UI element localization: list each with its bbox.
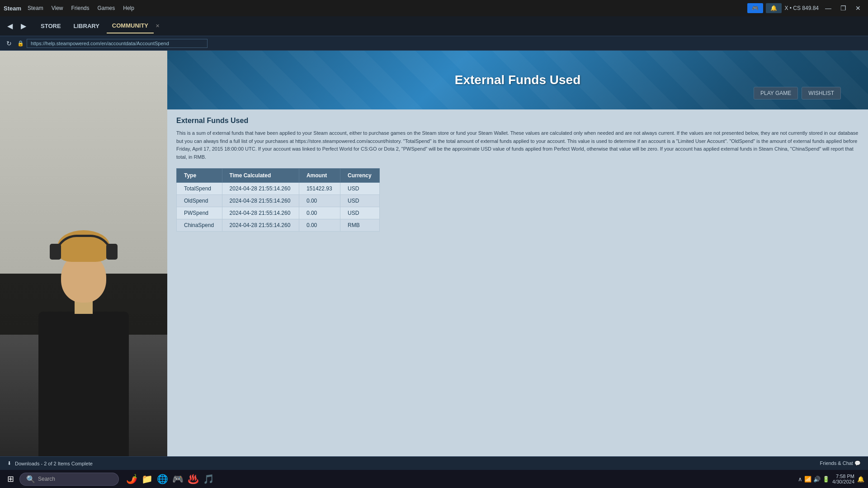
status-bar: ⬇ Downloads - 2 of 2 Items Complete Frie… bbox=[0, 456, 868, 470]
search-text: Search bbox=[38, 476, 55, 482]
taskbar: ⊞ 🔍 Search 🌶️ 📁 🌐 🎮 ♨️ 🎵 bbox=[0, 470, 868, 488]
tab-community[interactable]: COMMUNITY bbox=[107, 19, 154, 33]
taskbar-chrome-icon[interactable]: 🌐 bbox=[155, 472, 170, 486]
status-left: ⬇ Downloads - 2 of 2 Items Complete bbox=[7, 460, 93, 466]
user-display: X • CS 849.84 bbox=[784, 5, 819, 11]
status-right: Friends & Chat 💬 bbox=[820, 460, 861, 466]
headset-left-cup bbox=[50, 244, 61, 260]
cell-time-2: 2024-04-28 21:55:14.260 bbox=[222, 195, 299, 207]
title-bar: Steam Steam View Friends Games Help 🎮 🔔 … bbox=[0, 0, 868, 16]
right-panel: External Funds Used PLAY GAME WISHLIST E… bbox=[167, 51, 868, 456]
menu-help[interactable]: Help bbox=[119, 3, 138, 13]
cell-currency-4: RMB bbox=[340, 219, 380, 232]
chevron-up-icon[interactable]: ∧ bbox=[798, 476, 802, 483]
cell-amount-2: 0.00 bbox=[299, 195, 340, 207]
friends-chat-text[interactable]: Friends & Chat bbox=[820, 460, 853, 466]
description-text: This is a sum of external funds that hav… bbox=[176, 129, 859, 161]
network-icon[interactable]: 📶 bbox=[804, 476, 811, 483]
menu-friends[interactable]: Friends bbox=[68, 3, 93, 13]
cell-type-4: ChinaSpend bbox=[177, 219, 222, 232]
taskbar-spotify-icon[interactable]: 🎵 bbox=[201, 472, 216, 486]
battery-icon[interactable]: 🔋 bbox=[822, 476, 830, 483]
cell-currency-3: USD bbox=[340, 207, 380, 219]
tab-community-wrapper: COMMUNITY ✕ bbox=[107, 19, 161, 33]
menu-view[interactable]: View bbox=[48, 3, 67, 13]
table-row: PWSpend 2024-04-28 21:55:14.260 0.00 USD bbox=[177, 207, 380, 219]
volume-icon[interactable]: 🔊 bbox=[813, 476, 821, 483]
address-bar: ↻ 🔒 bbox=[0, 36, 868, 51]
table-row: OldSpend 2024-04-28 21:55:14.260 0.00 US… bbox=[177, 195, 380, 207]
cell-amount-3: 0.00 bbox=[299, 207, 340, 219]
person-body bbox=[38, 312, 129, 456]
back-button[interactable]: ◀ bbox=[4, 20, 16, 32]
col-header-amount: Amount bbox=[299, 169, 340, 183]
window-controls: — ❐ ✕ bbox=[821, 3, 864, 14]
taskbar-discord-icon[interactable]: 🎮 bbox=[170, 472, 185, 486]
lock-icon: 🔒 bbox=[17, 40, 24, 47]
table-body: TotalSpend 2024-04-28 21:55:14.260 15142… bbox=[177, 183, 380, 232]
taskbar-emoji-icon[interactable]: 🌶️ bbox=[124, 472, 139, 486]
taskbar-search[interactable]: 🔍 Search bbox=[19, 473, 119, 486]
time-display: 7:58 PM bbox=[832, 474, 854, 479]
title-bar-menu: Steam View Friends Games Help bbox=[24, 3, 138, 13]
chat-icon: 💬 bbox=[854, 460, 861, 466]
discord-icon: 🎮 bbox=[172, 474, 184, 484]
minimize-button[interactable]: — bbox=[821, 3, 835, 14]
taskbar-sys-icons: ∧ 📶 🔊 🔋 bbox=[798, 476, 830, 483]
hero-banner: External Funds Used bbox=[167, 51, 868, 109]
close-button[interactable]: ✕ bbox=[852, 3, 864, 14]
table-header-row: Type Time Calculated Amount Currency bbox=[177, 169, 380, 183]
menu-steam[interactable]: Steam bbox=[24, 3, 47, 13]
forward-button[interactable]: ▶ bbox=[17, 20, 30, 32]
content-body-wrapper: PLAY GAME WISHLIST External Funds Used T… bbox=[167, 109, 868, 239]
content-body: External Funds Used This is a sum of ext… bbox=[167, 109, 868, 239]
tab-close-button[interactable]: ✕ bbox=[154, 22, 161, 30]
cell-currency-1: USD bbox=[340, 183, 380, 195]
cell-type-2: OldSpend bbox=[177, 195, 222, 207]
wishlist-button[interactable]: WISHLIST bbox=[802, 87, 841, 99]
folder-icon: 📁 bbox=[142, 474, 153, 484]
table-row: ChinaSpend 2024-04-28 21:55:14.260 0.00 … bbox=[177, 219, 380, 232]
cell-time-4: 2024-04-28 21:55:14.260 bbox=[222, 219, 299, 232]
address-input[interactable] bbox=[27, 39, 208, 48]
col-header-currency: Currency bbox=[340, 169, 380, 183]
title-bar-right: 🎮 🔔 X • CS 849.84 — ❐ ✕ bbox=[747, 3, 864, 14]
emoji-icon: 🌶️ bbox=[126, 474, 137, 484]
left-panel bbox=[0, 51, 167, 456]
nav-arrows: ◀ ▶ bbox=[4, 20, 30, 32]
webcam-area bbox=[0, 51, 167, 456]
taskbar-icons: 🌶️ 📁 🌐 🎮 ♨️ 🎵 bbox=[124, 472, 216, 486]
cell-time-3: 2024-04-28 21:55:14.260 bbox=[222, 207, 299, 219]
steam-taskbar-icon: ♨️ bbox=[188, 474, 199, 484]
cell-currency-2: USD bbox=[340, 195, 380, 207]
page-wrapper: Steam Steam View Friends Games Help 🎮 🔔 … bbox=[0, 0, 868, 488]
date-display: 4/30/2024 bbox=[832, 479, 854, 484]
maximize-button[interactable]: ❐ bbox=[837, 3, 850, 14]
controller-button[interactable]: 🎮 bbox=[747, 3, 763, 13]
start-icon: ⊞ bbox=[7, 474, 14, 484]
section-title: External Funds Used bbox=[176, 117, 859, 125]
room-bg bbox=[0, 51, 167, 456]
data-table: Type Time Calculated Amount Currency Tot… bbox=[176, 168, 380, 232]
play-game-button[interactable]: PLAY GAME bbox=[754, 87, 798, 99]
notification-button[interactable]: 🔔 bbox=[766, 3, 782, 13]
cell-time-1: 2024-04-28 21:55:14.260 bbox=[222, 183, 299, 195]
menu-games[interactable]: Games bbox=[94, 3, 119, 13]
tab-library[interactable]: LIBRARY bbox=[68, 19, 105, 33]
notification-taskbar-icon[interactable]: 🔔 bbox=[857, 476, 864, 483]
taskbar-steam-icon[interactable]: ♨️ bbox=[186, 472, 200, 486]
overlay-buttons: PLAY GAME WISHLIST bbox=[754, 87, 841, 99]
tab-store[interactable]: STORE bbox=[35, 19, 66, 33]
table-row: TotalSpend 2024-04-28 21:55:14.260 15142… bbox=[177, 183, 380, 195]
refresh-button[interactable]: ↻ bbox=[4, 39, 14, 48]
start-button[interactable]: ⊞ bbox=[4, 472, 18, 486]
cell-type-3: PWSpend bbox=[177, 207, 222, 219]
headset-right-cup bbox=[106, 244, 118, 260]
cell-amount-1: 151422.93 bbox=[299, 183, 340, 195]
chrome-icon: 🌐 bbox=[157, 474, 168, 484]
nav-bar: ◀ ▶ STORE LIBRARY COMMUNITY ✕ bbox=[0, 16, 868, 36]
hero-title: External Funds Used bbox=[455, 73, 581, 87]
taskbar-folder-icon[interactable]: 📁 bbox=[140, 472, 154, 486]
content-area: External Funds Used PLAY GAME WISHLIST E… bbox=[0, 51, 868, 456]
steam-logo: Steam bbox=[4, 5, 21, 12]
